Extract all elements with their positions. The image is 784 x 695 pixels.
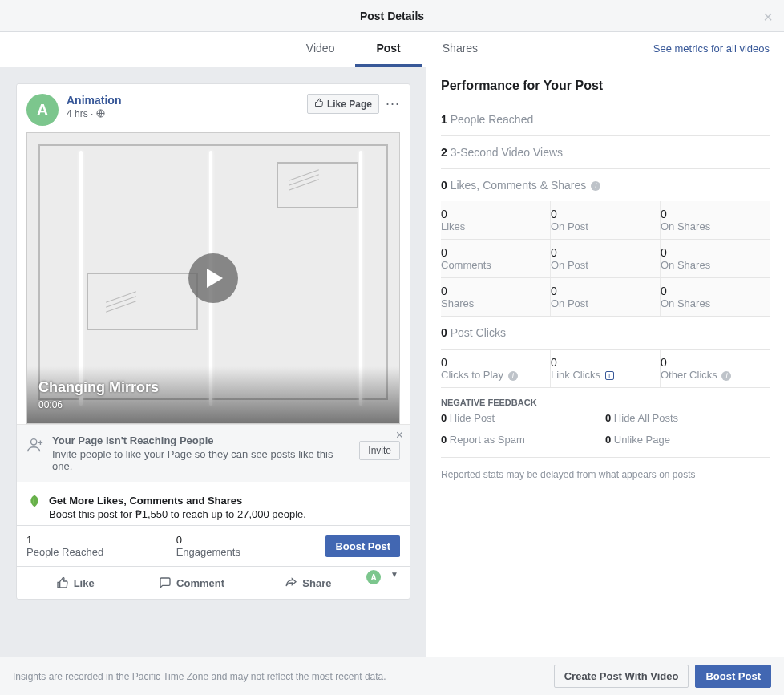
invite-button[interactable]: Invite xyxy=(359,441,400,460)
svg-point-1 xyxy=(31,439,37,445)
post-header: A Animation 4 hrs · xyxy=(17,84,410,132)
boost-prompt: Get More Likes, Comments and Shares Boos… xyxy=(17,482,410,525)
boost-post-button[interactable]: Boost Post xyxy=(695,665,771,688)
metric-post-clicks: 0 Post Clicks xyxy=(441,317,770,349)
person-add-icon xyxy=(26,436,44,472)
reach-title: Your Page Isn't Reaching People xyxy=(52,434,351,446)
info-icon[interactable]: i xyxy=(591,181,600,191)
performance-panel: Performance for Your Post 1 People Reach… xyxy=(426,67,784,657)
info-icon[interactable]: i xyxy=(508,371,518,381)
like-page-button[interactable]: Like Page xyxy=(307,94,379,114)
comment-button[interactable]: Comment xyxy=(133,570,249,596)
breakdown-comments: 0Comments 0On Post 0On Shares xyxy=(441,240,770,278)
tab-shares[interactable]: Shares xyxy=(422,32,499,67)
tab-video[interactable]: Video xyxy=(285,32,356,67)
video-thumbnail[interactable]: Changing Mirrors 00:06 xyxy=(26,132,400,424)
breakdown-likes: 0Likes 0On Post 0On Shares xyxy=(441,201,770,240)
modal-title: Post Details xyxy=(360,10,424,22)
share-icon xyxy=(285,576,297,589)
metric-reactions: 0 Likes, Comments & Shares i xyxy=(441,169,770,201)
thumb-icon xyxy=(314,98,324,110)
comment-icon xyxy=(159,576,172,589)
author-name[interactable]: Animation xyxy=(67,94,121,107)
thumb-icon xyxy=(56,576,69,589)
share-button[interactable]: Share xyxy=(250,570,366,596)
boost-title: Get More Likes, Comments and Shares xyxy=(49,495,306,507)
video-duration: 00:06 xyxy=(38,399,388,410)
tab-post[interactable]: Post xyxy=(355,32,421,67)
boost-sub: Boost this post for ₱1,550 to reach up t… xyxy=(49,508,306,520)
page-avatar[interactable]: A xyxy=(26,94,59,126)
post-menu-icon[interactable]: ··· xyxy=(386,95,400,112)
negative-feedback-grid: 0 Hide Post 0 Hide All Posts 0 Report as… xyxy=(441,407,770,451)
people-reached-val: 1 xyxy=(26,534,176,546)
metric-video-views: 2 3-Second Video Views xyxy=(441,136,770,169)
video-overlay: Changing Mirrors 00:06 xyxy=(27,366,399,423)
create-post-button[interactable]: Create Post With Video xyxy=(554,665,689,688)
people-reached-label: People Reached xyxy=(26,546,176,558)
play-icon[interactable] xyxy=(188,253,238,303)
engagements-val: 0 xyxy=(176,534,326,546)
engagements-label: Engagements xyxy=(176,546,326,558)
negative-feedback-header: NEGATIVE FEEDBACK xyxy=(441,388,770,407)
info-icon[interactable]: i xyxy=(721,371,731,381)
leaf-icon xyxy=(26,493,42,520)
reach-prompt: × Your Page Isn't Reaching People Invite… xyxy=(17,424,410,482)
boost-post-button[interactable]: Boost Post xyxy=(325,535,400,557)
footer-bar: Insights are recorded in the Pacific Tim… xyxy=(0,657,784,695)
performance-title: Performance for Your Post xyxy=(441,79,770,103)
tabs: Video Post Shares See metrics for all vi… xyxy=(0,32,784,67)
post-meta: 4 hrs · xyxy=(67,108,121,120)
modal-header: Post Details × xyxy=(0,0,784,32)
breakdown-shares: 0Shares 0On Post 0On Shares xyxy=(441,278,770,317)
close-icon[interactable]: × xyxy=(763,8,773,26)
breakdown-clicks: 0 Clicks to Play i 0 Link Clicks i 0 Oth… xyxy=(441,349,770,388)
action-row: Like Comment Share A ▼ xyxy=(17,566,410,599)
post-card: A Animation 4 hrs · xyxy=(16,83,410,600)
info-icon[interactable]: i xyxy=(605,371,614,380)
close-icon[interactable]: × xyxy=(396,428,403,442)
metric-people-reached: 1 People Reached xyxy=(441,103,770,136)
globe-icon[interactable] xyxy=(96,109,105,120)
stats-row: 1 People Reached 0 Engagements Boost Pos… xyxy=(17,525,410,566)
metrics-link[interactable]: See metrics for all videos xyxy=(653,42,770,55)
footer-note: Insights are recorded in the Pacific Tim… xyxy=(13,671,554,682)
share-as-avatar[interactable]: A xyxy=(366,570,381,584)
like-button[interactable]: Like xyxy=(17,570,133,596)
video-title: Changing Mirrors xyxy=(38,379,388,396)
reach-sub: Invite people to like your Page so they … xyxy=(52,448,351,472)
stats-disclaimer: Reported stats may be delayed from what … xyxy=(441,457,770,491)
post-time[interactable]: 4 hrs xyxy=(67,108,88,119)
chevron-down-icon[interactable]: ▼ xyxy=(390,570,398,596)
